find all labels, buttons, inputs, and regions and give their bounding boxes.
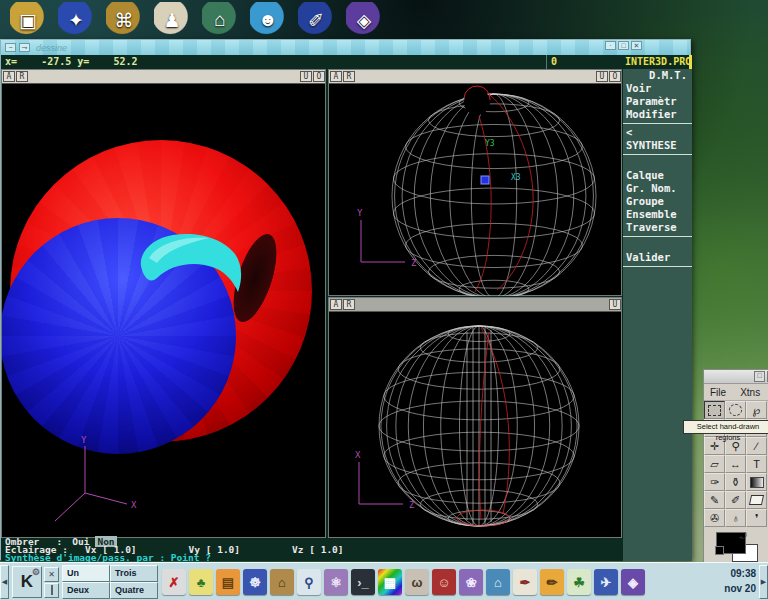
notes-diamond-icon[interactable]: ◈ [621, 569, 645, 595]
blend-tool[interactable] [746, 473, 767, 491]
quill-pen-icon[interactable]: ✒ [513, 569, 537, 595]
viewport-bottom-right: A R U X Z [328, 297, 622, 538]
default-colors-icon[interactable] [715, 546, 724, 555]
wireframe-canvas-bottom[interactable]: X Z [329, 312, 621, 538]
pager-desktop-deux[interactable]: Deux [62, 582, 110, 599]
close-button[interactable]: ✕ [631, 41, 642, 50]
menu-item-gr-nom[interactable]: Gr. Nom. [623, 182, 692, 195]
viewport-main-header[interactable]: A R U O [2, 70, 325, 84]
text-tool[interactable]: T [746, 455, 767, 473]
wireframe-canvas-top[interactable]: Y3 X3 Y Z [329, 84, 621, 296]
rocket-pen-icon[interactable]: ✐ [298, 2, 334, 38]
network-molecule-icon[interactable]: ⚛ [324, 569, 348, 595]
home-globe-icon[interactable]: ⌂ [486, 569, 510, 595]
menu-item-modifier[interactable]: Modifier [623, 108, 692, 121]
pointer-coordinates: x= -27.5 y= 52.2 [5, 56, 138, 67]
gimp-maximize-icon[interactable]: □ [754, 371, 765, 382]
paintbrush-tool[interactable]: ✐ [725, 491, 746, 509]
viewport-bottom-header[interactable]: A R U [329, 298, 621, 312]
panel-clock[interactable]: 09:38 nov 20 [724, 566, 756, 596]
aktion-player-icon[interactable]: ☺ [432, 569, 456, 595]
free-select-tool[interactable]: ℘ [746, 401, 767, 419]
swap-colors-icon[interactable]: ⤾ [740, 531, 748, 542]
menu-item-valider[interactable]: Valider [623, 251, 692, 264]
lock-screen-button[interactable] [44, 583, 59, 598]
color-palette-icon[interactable]: ▦ [378, 569, 402, 595]
sticky-pin-icon[interactable]: ⊸ [19, 43, 30, 52]
viewport-top-header[interactable]: A R U O [329, 70, 621, 84]
menu-item-traverse[interactable]: Traverse [623, 221, 692, 234]
notes-diamond-icon[interactable]: ◈ [346, 2, 382, 38]
home-globe-icon[interactable]: ⌂ [202, 2, 238, 38]
kvt-book-icon[interactable]: ✗ [162, 569, 186, 595]
panel-hide-right-button[interactable]: ▶ [759, 565, 768, 599]
app-titlebar[interactable]: − ⊸ dessine · □ ✕ [1, 40, 690, 55]
shade-button[interactable]: · [605, 41, 616, 50]
viewport-button-u[interactable]: U [300, 71, 312, 82]
crop-tool[interactable]: ∕ [746, 437, 767, 455]
viewport-button-o[interactable]: O [609, 71, 621, 82]
tux-penguin-icon[interactable]: ♟ [154, 2, 190, 38]
gimp-titlebar[interactable]: □ ✕ [704, 370, 768, 384]
counter-field: 0 [546, 55, 557, 69]
viewport-button-a[interactable]: A [330, 299, 342, 310]
terminal-dark-icon[interactable]: ›_ [351, 569, 375, 595]
globe-pen-icon[interactable]: ✈ [594, 569, 618, 595]
keys-cards-icon[interactable]: ⌘ [106, 2, 142, 38]
help-wheel-icon[interactable]: ☸ [243, 569, 267, 595]
gimp-menu-xtns[interactable]: Xtns [740, 387, 760, 398]
pencil-tool[interactable]: ✎ [704, 491, 725, 509]
flip-tool[interactable]: ↔ [725, 455, 746, 473]
svg-text:Y3: Y3 [485, 139, 495, 148]
viewport-button-a[interactable]: A [330, 71, 342, 82]
ellipse-select-tool[interactable] [725, 401, 746, 419]
gimp-menu-file[interactable]: File [710, 387, 726, 398]
k-menu-button[interactable]: ⚙ K [12, 566, 42, 598]
transform-tool[interactable]: ▱ [704, 455, 725, 473]
airbrush-tool[interactable]: ✇ [704, 509, 725, 527]
viewport-button-r[interactable]: R [343, 299, 355, 310]
kde-flowers-icon[interactable]: ❀ [459, 569, 483, 595]
orange-pencil-icon[interactable]: ✏ [540, 569, 564, 595]
viewport-button-r[interactable]: R [343, 71, 355, 82]
pager-desktop-quatre[interactable]: Quatre [110, 582, 158, 599]
eraser-tool[interactable] [746, 491, 767, 509]
menu-item-back[interactable]: < [623, 126, 692, 139]
toolbox-home-icon[interactable]: ⌂ [270, 569, 294, 595]
menu-item-calque[interactable]: Calque [623, 169, 692, 182]
sports-logo-icon[interactable]: ✦ [58, 2, 94, 38]
package-icon[interactable]: ▣ [10, 2, 46, 38]
main-3d-canvas[interactable]: Y X [2, 84, 325, 538]
leaf-notes-icon[interactable]: ☘ [567, 569, 591, 595]
menu-item-synthese[interactable]: SYNTHESE [623, 139, 692, 152]
clone-tool[interactable]: ♁ [725, 509, 746, 527]
pager-desktop-un[interactable]: Un [62, 565, 110, 582]
window-list-button[interactable]: ✕ [44, 567, 59, 582]
find-files-icon[interactable]: ⚲ [297, 569, 321, 595]
color-picker-tool[interactable]: ✑ [704, 473, 725, 491]
menu-item-voir[interactable]: Voir [623, 82, 692, 95]
panel-hide-left-button[interactable]: ◀ [0, 565, 9, 599]
viewport-button-u[interactable]: U [609, 299, 621, 310]
command-prompt[interactable]: Synthèse d'image/pass. par : Point ? [5, 554, 623, 562]
convolve-tool[interactable]: ❜ [746, 509, 767, 527]
bucket-fill-tool[interactable]: ⚱ [725, 473, 746, 491]
pager-desktop-trois[interactable]: Trois [110, 565, 158, 582]
desktop-palm-icon[interactable]: ♣ [189, 569, 213, 595]
ant-icon[interactable]: ☻ [250, 2, 286, 38]
file-cabinet-icon[interactable]: ▤ [216, 569, 240, 595]
maximize-button[interactable]: □ [618, 41, 629, 50]
viewport-button-a[interactable]: A [3, 71, 15, 82]
viewport-button-u[interactable]: U [596, 71, 608, 82]
menu-item-groupe[interactable]: Groupe [623, 195, 692, 208]
gimp-wilber-icon[interactable]: ω [405, 569, 429, 595]
viewport-button-r[interactable]: R [16, 71, 28, 82]
viewport-button-o[interactable]: O [313, 71, 325, 82]
rect-select-tool[interactable] [704, 401, 725, 419]
foreground-color-swatch[interactable]: ⤾ [716, 532, 746, 554]
tool-tooltip: Select hand-drawn regions [683, 420, 768, 434]
menu-item-ensemble[interactable]: Ensemble [623, 208, 692, 221]
menu-item-dmt[interactable]: D.M.T. [623, 69, 692, 82]
minimize-icon[interactable]: − [5, 43, 16, 52]
menu-item-parametr[interactable]: Paramètr [623, 95, 692, 108]
